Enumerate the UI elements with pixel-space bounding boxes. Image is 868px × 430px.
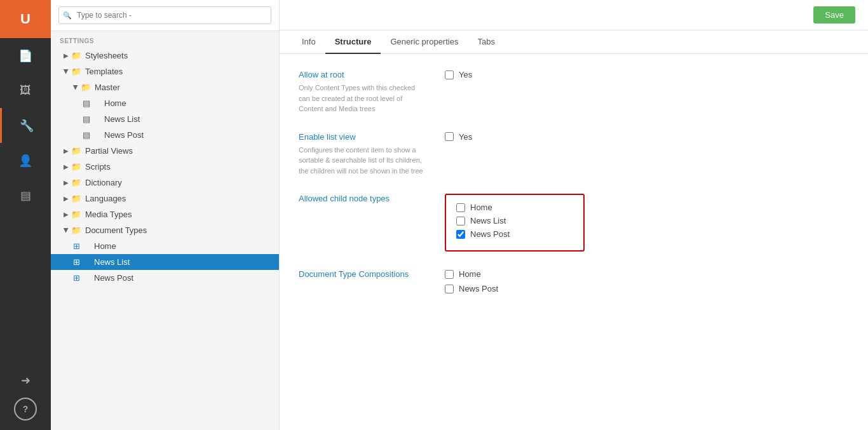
enable-list-view-checkbox-row: Yes [445,132,849,142]
sidebar-item-label: Media Types [85,210,132,219]
sidebar-item-label: News List [94,257,130,267]
child-node-news-list-row: News List [456,216,573,225]
folder-icon: 📁 [71,210,81,219]
child-node-news-list-checkbox[interactable] [456,217,465,225]
sidebar-item-label: Master [95,83,120,92]
folder-icon: 📁 [71,225,81,235]
sidebar-item-label: News List [104,114,140,124]
doc-type-compositions-title: Document Type Compositions [299,269,426,279]
sidebar-item-dictionary[interactable]: ▶ 📁 Dictionary [51,175,279,191]
folder-icon: 📁 [71,162,81,171]
child-node-home-label: Home [470,203,492,212]
folder-icon: 📁 [71,146,81,156]
child-node-news-post-checkbox[interactable] [456,230,465,239]
sidebar-item-languages[interactable]: ▶ 📁 Languages [51,191,279,206]
sidebar-item-label: News Post [104,130,144,140]
enable-list-view-section: Enable list view Configures the content … [299,132,849,177]
tabs-bar: Info Structure Generic properties Tabs [280,30,868,54]
sidebar-item-news-post-doctype[interactable]: ⊞ News Post [51,270,279,286]
sidebar-item-label: Scripts [85,162,111,171]
tab-structure[interactable]: Structure [325,30,381,54]
sidebar-item-label: Home [104,98,126,108]
doctype-icon: ⊞ [73,241,80,251]
child-node-home-checkbox[interactable] [456,203,465,212]
sidebar-item-stylesheets[interactable]: ▶ 📁 Stylesheets [51,48,279,64]
media-nav-icon[interactable]: 🖼 [0,73,51,108]
sidebar-item-home-template[interactable]: ▤ Home [51,95,279,111]
tree: ▶ 📁 Stylesheets ▶ 📁 Templates ▶ 📁 Master… [51,48,279,430]
enable-list-view-checkbox[interactable] [445,132,454,141]
composition-news-post-label: News Post [459,284,498,293]
folder-icon: 📁 [71,51,81,60]
child-node-home-row: Home [456,203,573,212]
settings-nav-icon[interactable]: 🔧 [0,108,51,143]
tab-generic-properties[interactable]: Generic properties [381,30,468,54]
sidebar-item-label: Stylesheets [85,51,128,60]
allowed-child-nodes-label: Allowed child node types [299,194,426,252]
sidebar-item-label: News Post [94,273,133,283]
arrow-icon: ▶ [63,69,70,74]
sidebar-item-label: Document Types [85,225,147,235]
sidebar-item-news-list-doctype[interactable]: ⊞ News List [51,254,279,270]
sidebar-item-label: Home [94,241,116,251]
template-icon: ▤ [83,130,90,140]
search-input[interactable] [58,6,271,24]
sidebar-item-templates[interactable]: ▶ 📁 Templates [51,64,279,79]
allow-at-root-title: Allow at root [299,70,426,79]
tab-tabs[interactable]: Tabs [468,30,504,54]
sidebar-item-label: Languages [85,194,126,203]
logo[interactable]: U [0,0,51,38]
doctype-icon: ⊞ [73,257,80,267]
sidebar: SETTINGS ▶ 📁 Stylesheets ▶ 📁 Templates ▶… [51,0,280,430]
settings-label: SETTINGS [51,31,279,48]
top-bar: Save [280,0,868,30]
tab-info[interactable]: Info [292,30,325,54]
arrow-icon: ▶ [64,195,69,202]
arrow-icon: ▶ [64,163,69,170]
main-content: Save Info Structure Generic properties T… [280,0,868,430]
sidebar-item-master[interactable]: ▶ 📁 Master [51,79,279,95]
sidebar-item-home-doctype[interactable]: ⊞ Home [51,238,279,254]
help-nav-icon[interactable]: ? [14,398,37,420]
arrow-icon: ▶ [64,52,69,59]
template-icon: ▤ [83,98,90,108]
enable-list-view-checkbox-label: Yes [459,132,472,142]
sidebar-item-partial-views[interactable]: ▶ 📁 Partial Views [51,143,279,159]
save-button[interactable]: Save [813,6,855,24]
allowed-child-nodes-section: Allowed child node types Home News List … [299,194,849,252]
enable-list-view-desc: Configures the content item to show a so… [299,145,426,177]
search-wrap [58,6,271,24]
composition-news-post-row: News Post [445,284,849,293]
enable-list-view-controls: Yes [445,132,849,177]
template-icon: ▤ [83,114,90,124]
allowed-child-nodes-controls: Home News List News Post [445,194,849,252]
allow-at-root-label: Allow at root Only Content Types with th… [299,70,426,114]
composition-home-checkbox[interactable] [445,270,454,279]
enable-list-view-title: Enable list view [299,132,426,142]
sidebar-item-scripts[interactable]: ▶ 📁 Scripts [51,159,279,175]
folder-icon: 📁 [71,178,81,187]
sidebar-item-news-post-template[interactable]: ▤ News Post [51,127,279,143]
allow-at-root-controls: Yes [445,70,849,114]
arrow-icon: ▶ [64,211,69,218]
forms-nav-icon[interactable]: ▤ [0,178,51,213]
nav-bar: U 📄 🖼 🔧 👤 ▤ ➜ ? [0,0,51,430]
folder-icon: 📁 [81,83,91,92]
doc-type-compositions-label: Document Type Compositions [299,269,426,299]
content-nav-icon[interactable]: 📄 [0,38,51,73]
child-node-news-list-label: News List [470,216,506,225]
sidebar-item-document-types[interactable]: ▶ 📁 Document Types [51,222,279,238]
allow-at-root-checkbox-row: Yes [445,70,849,79]
composition-news-post-checkbox[interactable] [445,285,454,293]
deploy-nav-icon[interactable]: ➜ [0,363,51,398]
allow-at-root-section: Allow at root Only Content Types with th… [299,70,849,114]
sidebar-item-label: Templates [85,67,123,76]
child-node-news-post-label: News Post [470,229,510,239]
sidebar-item-media-types[interactable]: ▶ 📁 Media Types [51,206,279,222]
enable-list-view-label: Enable list view Configures the content … [299,132,426,177]
allow-at-root-checkbox[interactable] [445,71,454,79]
composition-home-label: Home [459,269,481,279]
search-bar [51,0,279,31]
users-nav-icon[interactable]: 👤 [0,143,51,178]
sidebar-item-news-list-template[interactable]: ▤ News List [51,111,279,127]
